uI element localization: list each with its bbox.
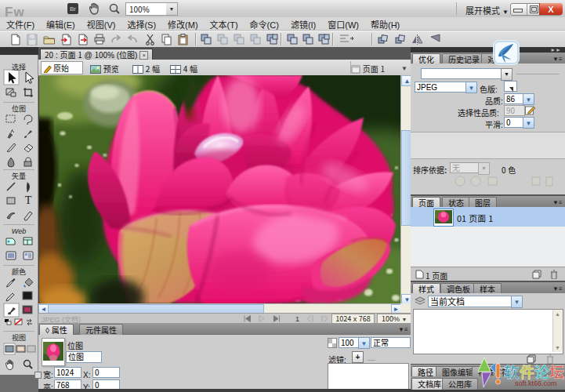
svg-text:坛: 坛 (549, 361, 564, 382)
svg-text:软: 软 (504, 361, 519, 382)
svg-text:论: 论 (534, 361, 549, 382)
svg-text:件: 件 (520, 361, 534, 382)
svg-text:1: 1 (295, 315, 299, 322)
svg-text:soft.kt66.com: soft.kt66.com (515, 379, 557, 387)
svg-text:T: T (25, 194, 32, 206)
svg-text:Br: Br (70, 5, 76, 13)
